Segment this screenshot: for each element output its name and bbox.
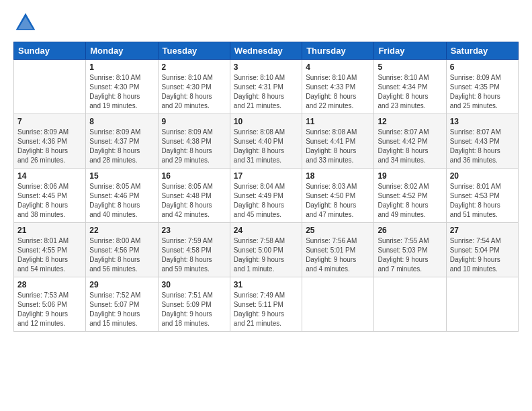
calendar-cell: 30Sunrise: 7:51 AM Sunset: 5:09 PM Dayli… [158,277,230,332]
day-info: Sunrise: 7:54 AM Sunset: 5:04 PM Dayligh… [450,236,515,274]
day-info: Sunrise: 8:05 AM Sunset: 4:46 PM Dayligh… [89,182,154,220]
calendar-cell: 24Sunrise: 7:58 AM Sunset: 5:00 PM Dayli… [230,223,302,277]
day-info: Sunrise: 7:55 AM Sunset: 5:03 PM Dayligh… [378,236,442,274]
calendar-cell [374,277,446,332]
logo-icon [13,11,38,35]
calendar-row: 1Sunrise: 8:10 AM Sunset: 4:30 PM Daylig… [14,60,519,114]
col-header-thursday: Thursday [302,42,374,60]
day-number: 6 [450,62,515,72]
calendar-cell: 21Sunrise: 8:01 AM Sunset: 4:55 PM Dayli… [14,223,86,277]
calendar-cell: 18Sunrise: 8:03 AM Sunset: 4:50 PM Dayli… [302,169,374,223]
day-info: Sunrise: 8:09 AM Sunset: 4:38 PM Dayligh… [162,128,226,165]
calendar-cell: 11Sunrise: 8:08 AM Sunset: 4:41 PM Dayli… [302,114,374,169]
day-number: 10 [234,117,298,126]
day-info: Sunrise: 8:01 AM Sunset: 4:53 PM Dayligh… [450,182,515,220]
calendar-cell: 15Sunrise: 8:05 AM Sunset: 4:46 PM Dayli… [86,169,158,223]
col-header-monday: Monday [86,42,158,60]
header [13,11,519,35]
calendar-cell: 9Sunrise: 8:09 AM Sunset: 4:38 PM Daylig… [158,114,230,169]
calendar-cell: 27Sunrise: 7:54 AM Sunset: 5:04 PM Dayli… [446,223,518,277]
calendar-cell [14,60,86,114]
calendar-cell: 10Sunrise: 8:08 AM Sunset: 4:40 PM Dayli… [230,114,302,169]
col-header-sunday: Sunday [14,42,86,60]
day-info: Sunrise: 8:10 AM Sunset: 4:30 PM Dayligh… [162,73,226,111]
calendar-cell: 17Sunrise: 8:04 AM Sunset: 4:49 PM Dayli… [230,169,302,223]
calendar-cell [446,277,518,332]
day-info: Sunrise: 8:10 AM Sunset: 4:34 PM Dayligh… [378,73,442,111]
day-number: 28 [17,280,82,289]
day-info: Sunrise: 8:00 AM Sunset: 4:56 PM Dayligh… [89,236,154,274]
day-info: Sunrise: 8:02 AM Sunset: 4:52 PM Dayligh… [378,182,442,220]
day-info: Sunrise: 8:08 AM Sunset: 4:40 PM Dayligh… [234,128,298,165]
day-number: 11 [306,117,370,126]
day-number: 16 [162,171,226,181]
day-info: Sunrise: 8:09 AM Sunset: 4:35 PM Dayligh… [450,73,515,111]
day-info: Sunrise: 7:53 AM Sunset: 5:06 PM Dayligh… [17,291,82,328]
day-number: 2 [162,62,226,72]
day-number: 13 [450,117,515,126]
calendar-row: 28Sunrise: 7:53 AM Sunset: 5:06 PM Dayli… [14,277,519,332]
day-info: Sunrise: 7:51 AM Sunset: 5:09 PM Dayligh… [162,291,226,328]
day-number: 9 [162,117,226,126]
col-header-tuesday: Tuesday [158,42,230,60]
calendar-cell: 25Sunrise: 7:56 AM Sunset: 5:01 PM Dayli… [302,223,374,277]
day-info: Sunrise: 8:09 AM Sunset: 4:36 PM Dayligh… [17,128,82,165]
calendar-cell: 20Sunrise: 8:01 AM Sunset: 4:53 PM Dayli… [446,169,518,223]
day-number: 25 [306,226,370,235]
day-info: Sunrise: 7:49 AM Sunset: 5:11 PM Dayligh… [234,291,298,328]
calendar-cell: 4Sunrise: 8:10 AM Sunset: 4:33 PM Daylig… [302,60,374,114]
calendar-cell: 1Sunrise: 8:10 AM Sunset: 4:30 PM Daylig… [86,60,158,114]
calendar-cell: 29Sunrise: 7:52 AM Sunset: 5:07 PM Dayli… [86,277,158,332]
day-number: 8 [89,117,154,126]
day-number: 21 [17,226,82,235]
day-number: 20 [450,171,515,181]
day-number: 24 [234,226,298,235]
day-info: Sunrise: 7:59 AM Sunset: 4:58 PM Dayligh… [162,236,226,274]
col-header-saturday: Saturday [446,42,518,60]
day-number: 15 [89,171,154,181]
day-info: Sunrise: 8:04 AM Sunset: 4:49 PM Dayligh… [234,182,298,220]
day-info: Sunrise: 8:06 AM Sunset: 4:45 PM Dayligh… [17,182,82,220]
col-header-wednesday: Wednesday [230,42,302,60]
day-info: Sunrise: 8:07 AM Sunset: 4:42 PM Dayligh… [378,128,442,165]
calendar-cell: 22Sunrise: 8:00 AM Sunset: 4:56 PM Dayli… [86,223,158,277]
day-info: Sunrise: 8:05 AM Sunset: 4:48 PM Dayligh… [162,182,226,220]
day-info: Sunrise: 7:58 AM Sunset: 5:00 PM Dayligh… [234,236,298,274]
calendar-cell: 23Sunrise: 7:59 AM Sunset: 4:58 PM Dayli… [158,223,230,277]
day-number: 1 [89,62,154,72]
day-info: Sunrise: 8:10 AM Sunset: 4:30 PM Dayligh… [89,73,154,111]
day-number: 5 [378,62,442,72]
page: SundayMondayTuesdayWednesdayThursdayFrid… [0,0,532,340]
day-number: 4 [306,62,370,72]
col-header-friday: Friday [374,42,446,60]
day-number: 17 [234,171,298,181]
day-info: Sunrise: 8:01 AM Sunset: 4:55 PM Dayligh… [17,236,82,274]
calendar-cell: 2Sunrise: 8:10 AM Sunset: 4:30 PM Daylig… [158,60,230,114]
day-number: 30 [162,280,226,289]
calendar-cell: 31Sunrise: 7:49 AM Sunset: 5:11 PM Dayli… [230,277,302,332]
day-number: 31 [234,280,298,289]
day-number: 27 [450,226,515,235]
calendar-cell: 12Sunrise: 8:07 AM Sunset: 4:42 PM Dayli… [374,114,446,169]
calendar-row: 7Sunrise: 8:09 AM Sunset: 4:36 PM Daylig… [14,114,519,169]
day-info: Sunrise: 8:03 AM Sunset: 4:50 PM Dayligh… [306,182,370,220]
day-info: Sunrise: 8:09 AM Sunset: 4:37 PM Dayligh… [89,128,154,165]
day-info: Sunrise: 8:07 AM Sunset: 4:43 PM Dayligh… [450,128,515,165]
logo [13,11,40,35]
day-number: 26 [378,226,442,235]
calendar-cell: 28Sunrise: 7:53 AM Sunset: 5:06 PM Dayli… [14,277,86,332]
calendar-cell [302,277,374,332]
day-info: Sunrise: 8:10 AM Sunset: 4:33 PM Dayligh… [306,73,370,111]
day-number: 18 [306,171,370,181]
calendar-row: 21Sunrise: 8:01 AM Sunset: 4:55 PM Dayli… [14,223,519,277]
calendar-cell: 19Sunrise: 8:02 AM Sunset: 4:52 PM Dayli… [374,169,446,223]
day-number: 19 [378,171,442,181]
day-info: Sunrise: 7:56 AM Sunset: 5:01 PM Dayligh… [306,236,370,274]
calendar-cell: 7Sunrise: 8:09 AM Sunset: 4:36 PM Daylig… [14,114,86,169]
calendar-cell: 3Sunrise: 8:10 AM Sunset: 4:31 PM Daylig… [230,60,302,114]
day-info: Sunrise: 8:08 AM Sunset: 4:41 PM Dayligh… [306,128,370,165]
day-number: 23 [162,226,226,235]
calendar-cell: 8Sunrise: 8:09 AM Sunset: 4:37 PM Daylig… [86,114,158,169]
calendar-cell: 16Sunrise: 8:05 AM Sunset: 4:48 PM Dayli… [158,169,230,223]
day-info: Sunrise: 7:52 AM Sunset: 5:07 PM Dayligh… [89,291,154,328]
